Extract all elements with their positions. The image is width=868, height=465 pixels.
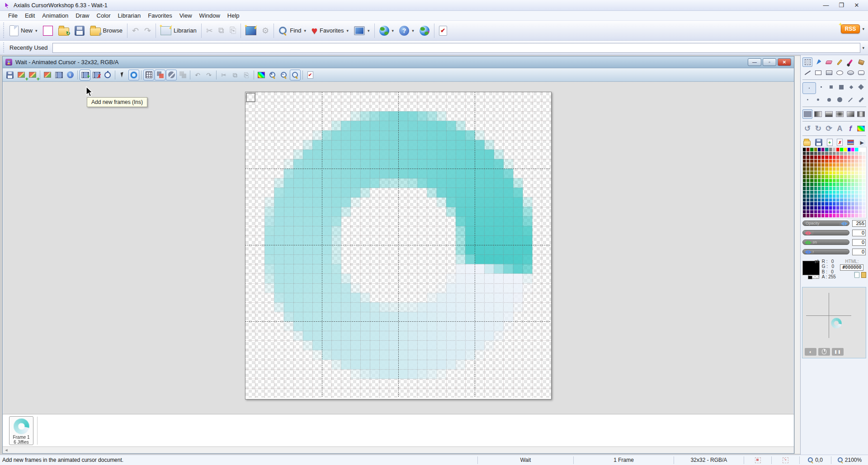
palette-swatch-7-12[interactable] — [848, 179, 851, 183]
palette-swatch-15-3[interactable] — [814, 210, 817, 214]
palette-swatch-16-11[interactable] — [844, 214, 847, 217]
palette-swatch-13-16[interactable] — [863, 202, 866, 206]
palette-swatch-11-12[interactable] — [848, 194, 851, 198]
preview-pause-button[interactable]: ❚❚ — [832, 348, 844, 356]
palette-swatch-15-8[interactable] — [833, 210, 836, 214]
palette-swatch-14-6[interactable] — [825, 206, 828, 210]
palette-swatch-5-0[interactable] — [803, 171, 806, 175]
palette-swatch-10-5[interactable] — [821, 191, 825, 194]
palette-swatch-15-15[interactable] — [859, 210, 862, 214]
palette-swatch-10-11[interactable] — [844, 191, 847, 194]
palette-swatch-2-13[interactable] — [851, 160, 854, 163]
new-button[interactable]: New ▾ — [7, 23, 40, 39]
palette-swatch-2-4[interactable] — [818, 160, 821, 163]
palette-swatch-9-2[interactable] — [810, 187, 813, 190]
new-from-image-button[interactable] — [40, 23, 56, 39]
palette-swatch-14-11[interactable] — [844, 206, 847, 210]
palette-swatch-9-1[interactable] — [807, 187, 810, 190]
palette-swatch-5-9[interactable] — [836, 171, 840, 175]
web-dropdown-arrow[interactable]: ▾ — [392, 28, 394, 33]
opacity-slider[interactable]: Opacity — [802, 221, 849, 226]
palette-swatch-1-14[interactable] — [855, 155, 858, 159]
palette-swatch-13-5[interactable] — [821, 202, 825, 206]
palette-swatch-3-14[interactable] — [855, 163, 858, 167]
palette-swatch-11-2[interactable] — [810, 194, 813, 198]
palette-swatch-9-4[interactable] — [818, 187, 821, 190]
size-square-1[interactable] — [816, 82, 826, 92]
palette-swatch-4-7[interactable] — [829, 167, 832, 171]
palette-swatch-1-6[interactable] — [825, 155, 828, 159]
menu-item-help[interactable]: Help — [224, 11, 243, 20]
palette-swatch-4-15[interactable] — [859, 167, 862, 171]
swap-colors-icon[interactable]: ⇄ — [815, 258, 819, 264]
palette-swatch-2-0[interactable] — [803, 160, 806, 163]
horizontal-scrollbar[interactable]: ◄ — [3, 446, 794, 453]
palette-swatch-15-16[interactable] — [863, 210, 866, 214]
palette-swatch-11-11[interactable] — [844, 194, 847, 198]
palette-swatch-13-9[interactable] — [836, 202, 840, 206]
palette-swatch-16-12[interactable] — [848, 214, 851, 217]
palette-swatch-9-12[interactable] — [848, 187, 851, 190]
palette-swatch-special-16[interactable] — [863, 148, 866, 151]
palette-swatch-2-11[interactable] — [844, 160, 847, 163]
red-slider[interactable]: Red — [802, 230, 849, 235]
palette-swatch-5-12[interactable] — [848, 171, 851, 175]
palette-swatch-5-2[interactable] — [810, 171, 813, 175]
palette-swatch-16-9[interactable] — [836, 214, 840, 217]
doc-minimize-button[interactable]: — — [748, 58, 761, 66]
palette-swatch-7-4[interactable] — [818, 179, 821, 183]
palette-swatch-10-10[interactable] — [840, 191, 843, 194]
toggle-overlay-button[interactable] — [155, 70, 165, 80]
palette-swatch-special-1[interactable] — [807, 148, 810, 151]
palette-swatch-16-6[interactable] — [825, 214, 828, 217]
palette-swatch-8-13[interactable] — [851, 183, 854, 186]
palette-swatch-3-0[interactable] — [803, 163, 806, 167]
menu-item-librarian[interactable]: Librarian — [114, 11, 145, 20]
vertical-scrollbar[interactable] — [794, 56, 800, 454]
palette-swatch-4-3[interactable] — [814, 167, 817, 171]
palette-swatch-7-14[interactable] — [855, 179, 858, 183]
palette-swatch-13-15[interactable] — [859, 202, 862, 206]
palette-swatch-0-10[interactable] — [840, 152, 843, 155]
palette-swatch-15-5[interactable] — [821, 210, 825, 214]
palette-swatch-7-3[interactable] — [814, 179, 817, 183]
size-square-3[interactable] — [836, 82, 846, 92]
doc-undo-button[interactable]: ↶ — [192, 70, 203, 80]
palette-swatch-12-2[interactable] — [810, 198, 813, 202]
palette-swatch-10-12[interactable] — [848, 191, 851, 194]
palette-swatch-5-3[interactable] — [814, 171, 817, 175]
palette-swatch-2-6[interactable] — [825, 160, 828, 163]
palette-swatch-4-2[interactable] — [810, 167, 813, 171]
palette-swatch-13-11[interactable] — [844, 202, 847, 206]
browse-button[interactable]: ⌕ Browse — [87, 23, 125, 39]
rect-tool[interactable] — [813, 68, 823, 77]
palette-swatch-11-4[interactable] — [818, 194, 821, 198]
film-settings-button[interactable] — [53, 70, 64, 80]
palette-swatch-8-14[interactable] — [855, 183, 858, 186]
screen-mode-button[interactable]: ▾ — [351, 23, 373, 39]
palette-swatch-8-3[interactable] — [814, 183, 817, 186]
brush-tool[interactable] — [845, 57, 855, 67]
fill-tool[interactable] — [856, 57, 866, 67]
palette-swatch-4-5[interactable] — [821, 167, 825, 171]
palette-swatch-special-10[interactable] — [840, 148, 843, 151]
download-button[interactable]: ⬇ — [417, 23, 432, 39]
palette-swatch-12-9[interactable] — [836, 198, 840, 202]
palette-swatch-5-5[interactable] — [821, 171, 825, 175]
adjust-tool[interactable] — [856, 124, 866, 133]
palette-swatch-5-10[interactable] — [840, 171, 843, 175]
palette-swatch-1-11[interactable] — [844, 155, 847, 159]
palette-swatch-7-8[interactable] — [833, 179, 836, 183]
close-button[interactable]: ✕ — [849, 1, 864, 9]
palette-swatch-10-9[interactable] — [836, 191, 840, 194]
palette-swatch-6-6[interactable] — [825, 175, 828, 178]
palette-swatch-0-15[interactable] — [859, 152, 862, 155]
palette-swatch-3-1[interactable] — [807, 163, 810, 167]
palette-swatch-14-0[interactable] — [803, 206, 806, 210]
palette-swatch-10-1[interactable] — [807, 191, 810, 194]
red-handle[interactable] — [803, 230, 813, 235]
palette-swatch-special-14[interactable] — [855, 148, 858, 151]
rotate-left-tool[interactable]: ↻ — [813, 124, 823, 133]
palette-swatch-1-0[interactable] — [803, 155, 806, 159]
palette-swatch-2-16[interactable] — [863, 160, 866, 163]
